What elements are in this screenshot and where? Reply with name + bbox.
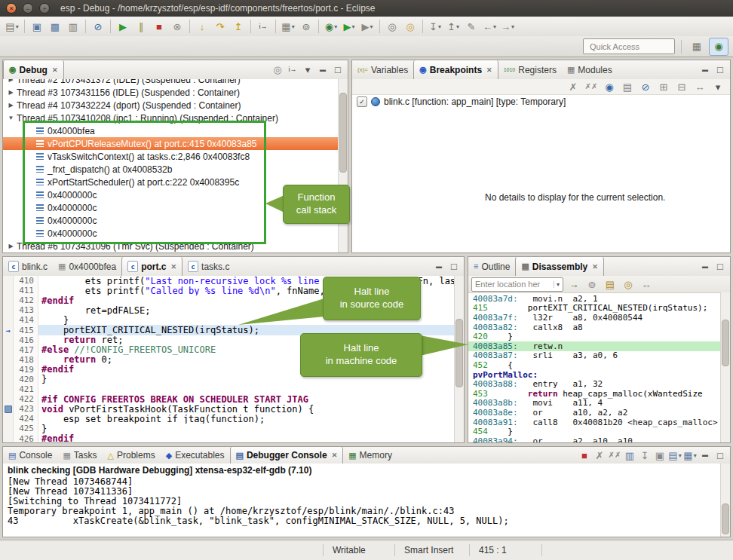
maximize-icon[interactable]: □: [331, 63, 345, 77]
track-expression-icon[interactable]: ◎: [620, 276, 636, 292]
console-output[interactable]: [New Thread 1073468744][New Thread 10734…: [3, 477, 730, 526]
minimize-icon[interactable]: ▬: [698, 63, 712, 77]
disasm-line[interactable]: 452 {: [468, 360, 721, 370]
tab-debug[interactable]: ◉Debug✕: [3, 60, 64, 79]
debug-view-menu-icon[interactable]: ▾: [301, 63, 314, 77]
external-tools-icon[interactable]: ▶▾: [359, 18, 376, 35]
disasm-line[interactable]: 453 return heap_caps_malloc(xWantedSize: [468, 389, 721, 399]
tab-tasks-c[interactable]: ctasks.c: [182, 257, 235, 276]
tab-blink-c[interactable]: cblink.c: [3, 257, 53, 276]
debug-scrollbar[interactable]: [338, 79, 348, 252]
console-content[interactable]: blink checking [GDB Hardware Debugging] …: [3, 464, 730, 537]
maximize-icon[interactable]: □: [713, 63, 727, 77]
debug-thread-row[interactable]: ▶Thread #3 1073431156 (IDLE) (Suspended …: [3, 86, 348, 99]
terminate-console-icon[interactable]: ■: [578, 448, 591, 462]
pin-console-icon[interactable]: ▣: [653, 448, 667, 462]
tab-outline[interactable]: ≡Outline: [468, 257, 515, 276]
disassembly-lines[interactable]: 40083a7d: movi.n a2, 1415 portEXIT_CRITI…: [468, 292, 721, 442]
debug-thread-row[interactable]: ▼Thread #5 1073410208 (ipc1 : Running) (…: [3, 112, 348, 124]
link-with-debug-icon[interactable]: ↔: [692, 79, 708, 95]
open-console-icon[interactable]: ▦▾: [683, 448, 697, 462]
show-source-icon[interactable]: ▤: [602, 276, 618, 292]
tab-executables[interactable]: ◆Executables: [161, 447, 230, 464]
instruction-stepping-icon[interactable]: i→: [255, 18, 271, 35]
console-scrollbar[interactable]: [720, 464, 730, 537]
tab-problems[interactable]: △Problems: [103, 447, 161, 464]
step-over-icon[interactable]: ↷: [212, 18, 228, 35]
refresh-icon[interactable]: ⊚: [584, 276, 600, 292]
remove-launch-icon[interactable]: ✗: [593, 448, 606, 462]
search-icon[interactable]: ◎: [402, 18, 419, 35]
debug-thread-row[interactable]: ▶Thread #2 1073431372 (IDLE) (Suspended …: [3, 79, 348, 86]
disasm-line[interactable]: 420 }: [468, 332, 721, 341]
tab-modules[interactable]: ▦Modules: [562, 60, 618, 79]
disasm-line[interactable]: 40083a7f: l32r a8, 0x40080544: [468, 313, 721, 323]
step-return-icon[interactable]: ↥: [230, 18, 247, 35]
debug-thread-row[interactable]: ▶Thread #6 1073431096 (Tmr Svc) (Suspend…: [3, 240, 348, 252]
close-icon[interactable]: ✕: [486, 66, 492, 74]
skip-all-breakpoints-icon[interactable]: ⊘: [90, 18, 106, 35]
expand-all-icon[interactable]: ⊞: [655, 79, 672, 95]
twisty-icon[interactable]: ▼: [7, 115, 15, 121]
disconnect-icon[interactable]: ⊗: [169, 18, 186, 35]
debug-stack-frame-row[interactable]: vPortCPUReleaseMutex() at port.c:415 0x4…: [3, 137, 348, 150]
disasm-line[interactable]: 40083a85: retw.n: [468, 341, 721, 351]
disassembly-scrollbar[interactable]: [720, 292, 730, 442]
previous-annotation-icon[interactable]: ↥▾: [445, 18, 462, 35]
save-icon[interactable]: ▣: [29, 18, 45, 35]
open-perspective-button[interactable]: ▦: [687, 38, 707, 56]
twisty-icon[interactable]: ▶: [7, 89, 15, 96]
debug-stack-frame-row[interactable]: 0x4000bfea: [3, 124, 348, 137]
new-project-icon[interactable]: ▦▾: [280, 18, 296, 35]
minimize-icon[interactable]: ▬: [698, 448, 712, 462]
debug-icon[interactable]: ◉▾: [323, 18, 339, 35]
location-input[interactable]: Enter location her ▾: [471, 277, 563, 292]
skip-breakpoints-icon[interactable]: ⊘: [637, 79, 654, 95]
quick-access-box[interactable]: Quick Access: [583, 38, 675, 54]
debug-perspective-button[interactable]: ◉: [709, 38, 728, 56]
suspend-icon[interactable]: ∥: [133, 18, 149, 35]
disasm-line[interactable]: 40083a87: srli a3, a0, 6: [468, 351, 721, 361]
combo-dropdown-icon[interactable]: ▾: [554, 281, 560, 288]
disasm-line[interactable]: 40083a7d: movi.n a2, 1: [468, 294, 721, 304]
editor-scrollbar[interactable]: [454, 276, 464, 442]
window-maximize-button[interactable]: +: [39, 3, 50, 14]
new-wizard-icon[interactable]: ▤▾: [4, 18, 20, 35]
collapse-all-icon[interactable]: ⊟: [673, 79, 690, 95]
tab-memory[interactable]: ▦Memory: [343, 447, 397, 464]
print-icon[interactable]: ▥: [65, 18, 81, 35]
breakpoint-item[interactable]: ✓ blink.c [function: app_main] [type: Te…: [352, 95, 730, 109]
tab-port-c[interactable]: cport.c✕: [121, 257, 182, 276]
tab-0x4000bfea[interactable]: ▦0x4000bfea: [53, 257, 121, 276]
close-icon[interactable]: ✕: [332, 451, 338, 459]
open-element-icon[interactable]: ◎: [384, 18, 400, 35]
twisty-icon[interactable]: ▶: [7, 79, 15, 83]
debug-stack-frame-row[interactable]: 0x4000000c: [3, 227, 348, 240]
terminate-icon[interactable]: ■: [151, 18, 167, 35]
go-to-file-icon[interactable]: ▤: [619, 79, 636, 95]
forward-icon[interactable]: →▾: [499, 18, 516, 35]
debug-stack-frame-row[interactable]: vTaskSwitchContext() at tasks.c:2,846 0x…: [3, 150, 348, 163]
twisty-icon[interactable]: ▶: [7, 102, 15, 109]
breakpoint-checkbox[interactable]: ✓: [357, 96, 367, 107]
titlebar[interactable]: ✕ – + esp - Debug - /home/krzysztof/esp/…: [0, 0, 733, 17]
tab-breakpoints[interactable]: ◉Breakpoints✕: [413, 60, 498, 79]
maximize-icon[interactable]: □: [447, 260, 461, 274]
minimize-icon[interactable]: ▬: [316, 63, 330, 77]
display-console-icon[interactable]: ▤▾: [668, 448, 682, 462]
remove-all-breakpoints-icon[interactable]: ✗✗: [583, 79, 600, 95]
run-icon[interactable]: ▶▾: [341, 18, 357, 35]
tab-console[interactable]: ▤Console: [3, 447, 57, 464]
window-close-button[interactable]: ✕: [6, 3, 17, 14]
sync-icon[interactable]: ↔: [638, 276, 655, 292]
instruction-mode-icon[interactable]: i→: [286, 63, 299, 77]
window-minimize-button[interactable]: –: [23, 3, 33, 14]
breakpoints-view-menu-icon[interactable]: ▾: [710, 79, 726, 95]
tab-tasks[interactable]: ▦Tasks: [57, 447, 102, 464]
tab-debugger-console[interactable]: ▤Debugger Console✕: [230, 447, 344, 464]
maximize-icon[interactable]: □: [713, 448, 727, 462]
step-into-icon[interactable]: ↓: [194, 18, 210, 35]
disasm-line[interactable]: 40083a91: call8 0x40081b20 <heap_caps_ma…: [468, 418, 721, 427]
disasm-line[interactable]: 454 }: [468, 427, 721, 436]
debug-thread-row[interactable]: ▶Thread #4 1073432224 (dport) (Suspended…: [3, 99, 348, 112]
